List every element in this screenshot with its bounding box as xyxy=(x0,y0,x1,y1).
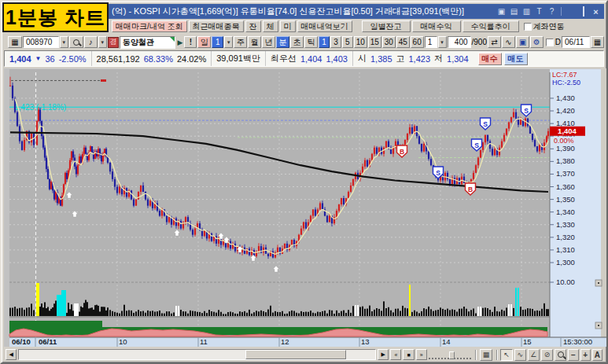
price-axis-label: 1,350 xyxy=(556,195,575,204)
stock-code-dropdown[interactable]: ▼ xyxy=(60,36,68,48)
period-tick-button[interactable]: 틱 xyxy=(304,36,318,48)
current-price: 1,404 xyxy=(9,54,31,64)
forward-button[interactable]: » xyxy=(416,349,427,360)
time-axis-label: 15 xyxy=(523,337,532,346)
text-tool-button[interactable]: A xyxy=(592,349,602,361)
chart-toolbar: ▦ 008970 ▼ ♪ ▼ 경 동양철관 ▶ ! 일 1 ▼ 주 월 년 분 … xyxy=(4,34,604,50)
account-link-checkbox[interactable] xyxy=(524,23,532,31)
balance-button[interactable]: 잔 xyxy=(245,20,261,32)
trade-profit-button[interactable]: 매매수익 xyxy=(412,20,461,32)
window-controls: ▣ ▤ ▥ T ? × xyxy=(496,7,604,17)
indicator-icon[interactable]: ∿ xyxy=(502,36,515,48)
calendar-icon[interactable]: ▦ xyxy=(591,36,604,48)
scroll-left-button[interactable]: ◀ xyxy=(6,349,17,360)
amount-value: 39,091백만 xyxy=(216,53,260,64)
interval-30-button[interactable]: 30 xyxy=(382,36,396,48)
buy-button[interactable]: 매수 xyxy=(478,53,502,65)
zoom-in-button[interactable]: + xyxy=(580,349,591,361)
scrollbar-thumb[interactable] xyxy=(245,350,346,359)
interval-10-button[interactable]: 10 xyxy=(354,36,367,48)
close-button[interactable]: × xyxy=(591,7,601,17)
speed-slider-handle[interactable] xyxy=(449,351,455,359)
turnover-pct: 68.33% xyxy=(144,54,173,64)
period-second-button[interactable]: 초 xyxy=(290,36,304,48)
multiplier-dropdown[interactable]: ▼ xyxy=(438,36,447,48)
price-change: 36 xyxy=(45,54,54,64)
trendline-tool-icon[interactable]: ∿ xyxy=(514,349,526,361)
sound-dropdown[interactable]: ▼ xyxy=(98,36,107,48)
stock-detail-arrow-icon[interactable]: ▶ xyxy=(176,39,183,46)
cursor-tool-icon[interactable]: ↖ xyxy=(500,349,512,361)
price-axis-label: 1,430 xyxy=(556,94,575,102)
signal-letter: B xyxy=(400,148,404,156)
titlebar-divider xyxy=(561,7,562,16)
filled-button[interactable]: 체 xyxy=(263,20,278,32)
trade-mark-button[interactable]: 매매마크/내역 조회 xyxy=(112,20,187,32)
cascade-windows-icon[interactable]: ▤ xyxy=(509,7,519,16)
daily-balance-button[interactable]: 일별잔고 xyxy=(362,20,411,32)
play-button[interactable]: ▶ xyxy=(378,349,389,360)
stock-name-box[interactable]: 동양철관 xyxy=(120,36,176,49)
price-info-bar: 1,404 ▼ 36 -2.50% 28,561,192 68.33% 24.0… xyxy=(4,50,604,67)
best-bid: 1,404 xyxy=(300,54,322,64)
interval-5-button[interactable]: 5 xyxy=(342,36,353,48)
stop-button[interactable]: ■ xyxy=(403,349,414,360)
capture-icon[interactable]: ▥ xyxy=(521,7,532,16)
chart-canvas[interactable]: 1,4301,4201,4101,4001,3901,3801,3701,360… xyxy=(4,68,607,347)
save-icon[interactable]: ▣ xyxy=(516,36,529,48)
sell-button[interactable]: 매도 xyxy=(504,53,528,65)
angle-tool-icon[interactable]: ∠ xyxy=(528,349,540,361)
window-switch-icon[interactable]: ▦ xyxy=(8,36,22,48)
caution-badge: 경 xyxy=(108,37,119,48)
plot-background xyxy=(9,69,550,337)
price-axis-label: 1,360 xyxy=(556,182,575,191)
multiplier-value[interactable]: 1 xyxy=(425,36,437,48)
time-axis-label: 10 xyxy=(119,337,127,346)
trade-history-button[interactable]: 매매내역보기 xyxy=(297,20,352,32)
day-count-value[interactable]: 1 xyxy=(212,36,223,48)
period-month-button[interactable]: 월 xyxy=(248,36,261,48)
rewind-button[interactable]: « xyxy=(390,349,401,360)
search-button[interactable] xyxy=(69,36,83,48)
interval-15-button[interactable]: 15 xyxy=(368,36,381,48)
price-axis-label: 1,390 xyxy=(556,144,575,153)
stock-code-input[interactable]: 008970 xyxy=(23,36,59,48)
dock-window-icon[interactable]: ▣ xyxy=(496,7,507,16)
sound-alert-button[interactable]: ♪ xyxy=(84,36,98,48)
settings-gear-icon[interactable]: ⚙ xyxy=(530,36,544,48)
chart-grid-icon[interactable]: ▦ xyxy=(480,349,492,361)
date-field[interactable]: 06/11 xyxy=(562,36,590,48)
speed-slider[interactable] xyxy=(429,350,471,359)
yield-trend-button[interactable]: 수익률추이 xyxy=(462,20,519,32)
price-axis-label: 1,320 xyxy=(556,233,575,241)
maximize-button[interactable] xyxy=(578,7,588,16)
interval-45-button[interactable]: 45 xyxy=(396,36,410,48)
alert-button[interactable]: ! xyxy=(184,36,197,48)
period-week-button[interactable]: 주 xyxy=(234,36,247,48)
day-count-dropdown[interactable]: ▼ xyxy=(224,36,233,48)
interval-1-button[interactable]: 1 xyxy=(319,36,330,48)
unfilled-button[interactable]: 미 xyxy=(280,20,296,32)
volume-axis-label: 10.00 xyxy=(556,278,575,286)
period-year-button[interactable]: 년 xyxy=(262,36,275,48)
bar-count-input[interactable]: 400 xyxy=(448,36,471,48)
interval-60-button[interactable]: 60 xyxy=(411,36,424,48)
price-axis-label: 1,300 xyxy=(556,258,575,267)
eraser-tool-icon[interactable]: ⊘ xyxy=(541,349,553,361)
date-checkbox[interactable] xyxy=(546,39,554,46)
footer-divider xyxy=(475,350,476,360)
current-price-tag: 1,4040.00% xyxy=(550,127,587,145)
down-arrow-icon: ▼ xyxy=(35,55,42,62)
font-icon[interactable]: T xyxy=(534,7,544,16)
period-minute-button[interactable]: 분 xyxy=(276,36,289,48)
zoom-out-button[interactable]: − xyxy=(568,349,578,361)
compare-link-icon[interactable]: ⇄ xyxy=(488,36,501,48)
price-axis-label: 1,380 xyxy=(556,156,575,165)
interval-3-button[interactable]: 3 xyxy=(330,36,341,48)
chart-scrollbar[interactable] xyxy=(18,349,376,360)
zoom-tool-button[interactable] xyxy=(555,349,566,361)
period-day-button[interactable]: 일 xyxy=(197,36,211,48)
signal-letter: S xyxy=(483,120,488,128)
recent-trades-button[interactable]: 최근매매종목 xyxy=(189,20,244,32)
help-icon[interactable]: ? xyxy=(547,7,557,16)
